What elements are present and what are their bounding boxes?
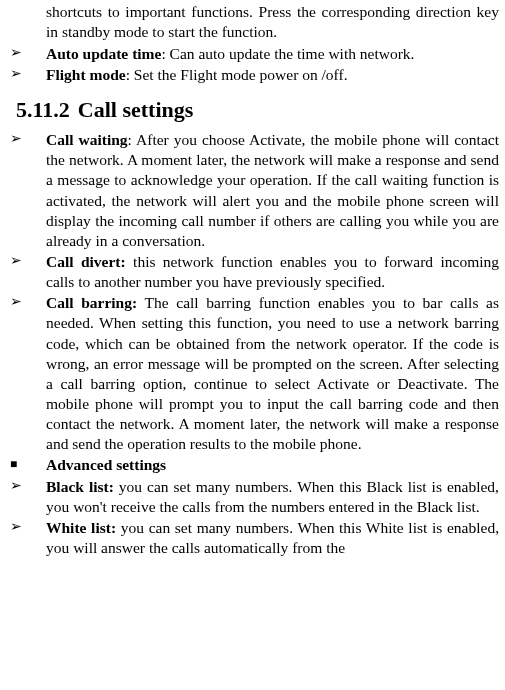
square-icon: ■ [10, 457, 17, 473]
item-text: The call barring function enables you to… [46, 294, 499, 452]
item-text: After you choose Activate, the mobile ph… [46, 131, 499, 249]
body-list: ➢Call waiting: After you choose Activate… [6, 130, 499, 558]
list-item: ➢Auto update time: Can auto update the t… [6, 44, 499, 64]
item-label: Advanced settings [46, 456, 166, 473]
separator [137, 294, 144, 311]
item-label: Call barring: [46, 294, 137, 311]
separator [126, 253, 133, 270]
list-item: ➢Flight mode: Set the Flight mode power … [6, 65, 499, 85]
section-heading: 5.11.2Call settings [16, 96, 499, 125]
list-item: ➢Call waiting: After you choose Activate… [6, 130, 499, 251]
item-label: White list: [46, 519, 116, 536]
chevron-icon: ➢ [10, 44, 22, 62]
item-label: Call divert: [46, 253, 126, 270]
top-list: ➢Auto update time: Can auto update the t… [6, 44, 499, 85]
section-number: 5.11.2 [16, 97, 70, 122]
chevron-icon: ➢ [10, 65, 22, 83]
item-label: Auto update time [46, 45, 161, 62]
item-label: Black list: [46, 478, 114, 495]
section-title: Call settings [78, 97, 194, 122]
separator: : [128, 131, 136, 148]
fragment-top: shortcuts to important functions. Press … [46, 2, 499, 42]
item-text: : Set the Flight mode power on /off. [126, 66, 348, 83]
chevron-icon: ➢ [10, 293, 22, 311]
item-text: : Can auto update the time with network. [161, 45, 414, 62]
list-item: ➢Call divert: this network function enab… [6, 252, 499, 292]
list-item: ➢Call barring: The call barring function… [6, 293, 499, 454]
chevron-icon: ➢ [10, 518, 22, 536]
chevron-icon: ➢ [10, 130, 22, 148]
list-item: ■Advanced settings [6, 455, 499, 475]
item-label: Flight mode [46, 66, 126, 83]
list-item: ➢White list: you can set many numbers. W… [6, 518, 499, 558]
chevron-icon: ➢ [10, 477, 22, 495]
list-item: ➢Black list: you can set many numbers. W… [6, 477, 499, 517]
item-label: Call waiting [46, 131, 128, 148]
chevron-icon: ➢ [10, 252, 22, 270]
